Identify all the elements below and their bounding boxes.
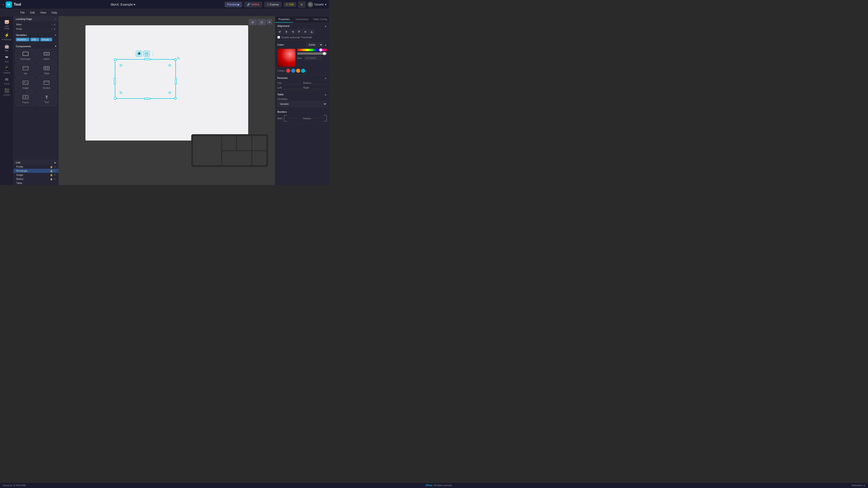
align-middle-v-button[interactable]: [303, 29, 308, 35]
variable-nombre-remove[interactable]: ×: [27, 38, 28, 41]
sidebar-item-post[interactable]: ❤ Post: [1, 54, 13, 64]
canvas-grid-button[interactable]: ⊞: [249, 19, 257, 25]
page-delete-icon[interactable]: 🗑: [54, 23, 56, 26]
preview-button[interactable]: Preview ▶: [225, 2, 242, 7]
picker-item-4[interactable]: [252, 151, 266, 165]
sidebar-item-bot[interactable]: 🤖 Bot: [1, 42, 13, 53]
back-button[interactable]: ‹: [3, 3, 4, 6]
list-row-rectangle[interactable]: Rectangle 🔒 👁: [13, 169, 59, 173]
component-section[interactable]: Section: [37, 78, 57, 92]
sidebar-item-landing[interactable]: 📱 Landing: [1, 65, 13, 75]
eye-icon-btn[interactable]: 👁: [54, 178, 56, 180]
component-table[interactable]: Table: [37, 64, 57, 77]
page-delete-icon-2[interactable]: 🗑: [54, 28, 56, 30]
menu-view[interactable]: View: [38, 10, 49, 15]
border-radius-input[interactable]: [312, 115, 324, 119]
table-collapse-icon[interactable]: ▲: [324, 93, 327, 96]
handle-bottom-mid[interactable]: [144, 98, 151, 100]
align-top-button[interactable]: [296, 29, 302, 35]
picker-item-2[interactable]: [237, 136, 251, 150]
selection-box[interactable]: ⋮ ↻: [115, 59, 176, 99]
component-frame[interactable]: Frame: [16, 92, 36, 106]
sidebar-item-hog-image[interactable]: 🐷 Hog Image: [1, 18, 13, 31]
handle-bottom-left[interactable]: [114, 97, 117, 100]
align-right-button[interactable]: [290, 29, 296, 35]
copy-button[interactable]: [136, 51, 142, 57]
color-swatch[interactable]: [277, 49, 296, 67]
menu-help[interactable]: Help: [49, 10, 59, 15]
swatch-red[interactable]: [286, 69, 290, 73]
hotlink-button[interactable]: 🔗 Hotlink: [244, 2, 262, 7]
right-input[interactable]: [311, 86, 327, 89]
project-dropdown-icon[interactable]: ▾: [133, 3, 135, 6]
page-edit-icon-2[interactable]: ✎: [51, 28, 53, 30]
tab-properties[interactable]: Properties: [275, 16, 293, 23]
menu-file[interactable]: File: [18, 10, 27, 15]
picker-item-large[interactable]: [193, 136, 221, 165]
lock-icon-rect[interactable]: 🔒: [50, 170, 53, 172]
handle-mid-right[interactable]: [175, 78, 177, 85]
variables-add-button[interactable]: +: [55, 34, 56, 36]
handle-top-right[interactable]: [174, 58, 177, 61]
lock-icon-img[interactable]: 🔒: [50, 174, 53, 176]
lock-icon[interactable]: 🔒: [50, 166, 53, 168]
component-button[interactable]: button: [37, 49, 57, 63]
sidebar-item-powerapp[interactable]: ⚡ PowerApp: [1, 31, 13, 42]
variable-deuda-remove[interactable]: ×: [50, 38, 51, 41]
lock-icon-btn[interactable]: 🔒: [50, 178, 53, 180]
pages-add-icon[interactable]: +: [55, 18, 56, 20]
page-item-main[interactable]: Main ✎ 🗑: [13, 22, 59, 27]
top-input[interactable]: [283, 81, 301, 85]
eye-icon-rect[interactable]: 👁: [54, 170, 56, 172]
menu-edit[interactable]: Edit: [28, 10, 37, 15]
component-text[interactable]: T Text: [37, 92, 57, 106]
align-bottom-button[interactable]: [309, 29, 314, 35]
alignment-collapse-icon[interactable]: ▲: [324, 25, 327, 27]
left-input[interactable]: [283, 86, 301, 89]
page-item-push[interactable]: Push ✎ 🗑: [13, 27, 59, 31]
hex-input[interactable]: [304, 56, 322, 60]
more-options-icon[interactable]: ⋮: [151, 52, 155, 56]
tab-flake-config[interactable]: Flake Config: [311, 16, 329, 23]
sidebar-item-custom[interactable]: ⬛ Custom: [1, 87, 13, 97]
border-width-input[interactable]: [287, 115, 298, 119]
rotate-handle[interactable]: ↻: [177, 56, 180, 60]
handle-top-mid[interactable]: [144, 58, 151, 60]
variable-nombre[interactable]: Nombre ×: [16, 38, 29, 41]
page-edit-icon[interactable]: ✎: [51, 23, 53, 26]
tab-interactions[interactable]: Interactions: [293, 16, 311, 23]
variable-dni-remove[interactable]: ×: [37, 38, 38, 41]
variable-deuda[interactable]: Deuda ×: [40, 38, 52, 41]
handle-mid-left[interactable]: [114, 78, 116, 85]
list-row-image[interactable]: Image 🔒 👁: [13, 173, 59, 177]
components-toggle-icon[interactable]: ▾: [55, 45, 56, 48]
grid-icon-button[interactable]: ⊞: [298, 1, 305, 8]
picker-item-1[interactable]: [222, 136, 236, 150]
bottom-input[interactable]: [313, 81, 327, 85]
user-menu-button[interactable]: U Usuario ▾: [308, 2, 327, 7]
picker-item-3[interactable]: [252, 136, 266, 150]
align-left-button[interactable]: [277, 29, 283, 35]
list-collapse-icon[interactable]: ▲: [54, 161, 56, 164]
component-rectangle[interactable]: Rectangle: [16, 49, 36, 63]
color-hue-handle[interactable]: [319, 48, 322, 52]
handle-top-left[interactable]: [114, 58, 117, 61]
position-collapse-icon[interactable]: ▲: [324, 76, 327, 79]
autosnap-checkbox[interactable]: [277, 36, 280, 39]
project-name[interactable]: SkinX: Example ▾: [111, 3, 135, 6]
color-alpha-handle[interactable]: [323, 52, 326, 55]
swatch-blue[interactable]: [291, 69, 295, 73]
color-type-select[interactable]: Solido Gradient: [307, 42, 323, 47]
list-row-profile[interactable]: Profile 🔒 👁: [13, 165, 59, 169]
handle-bottom-right[interactable]: [174, 97, 177, 100]
align-center-h-button[interactable]: [284, 29, 289, 35]
delete-button[interactable]: [144, 51, 150, 57]
variable-dni[interactable]: DNI ×: [30, 38, 39, 41]
eye-icon-img[interactable]: 👁: [54, 174, 56, 176]
table-variable-select[interactable]: Variable Nombre DNI Deuda: [277, 101, 327, 107]
color-hue-bar[interactable]: [297, 49, 327, 51]
expose-button[interactable]: ⬡ Expose: [264, 2, 281, 7]
color-alpha-bar[interactable]: [297, 53, 327, 55]
swatch-cyan[interactable]: [301, 69, 305, 73]
component-link[interactable]: link: [16, 64, 36, 77]
